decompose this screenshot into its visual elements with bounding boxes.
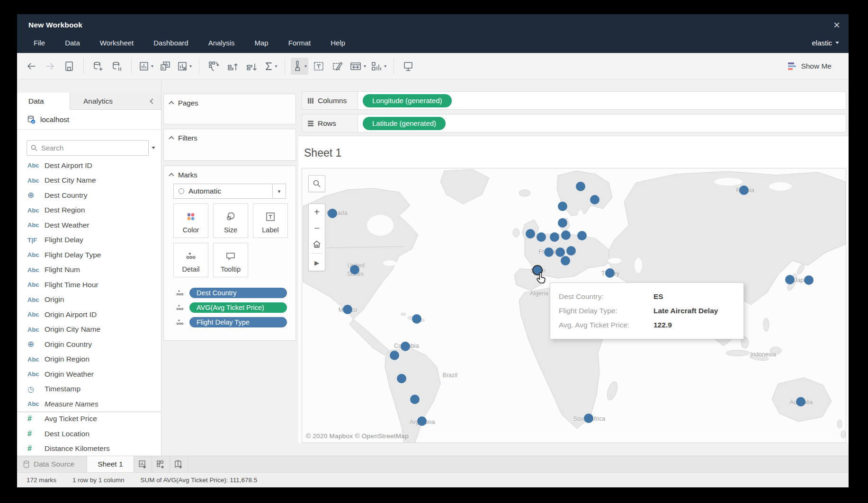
field-item[interactable]: Abc Flight Time Hour	[17, 277, 161, 292]
field-item[interactable]: ◷ Timestamp	[17, 382, 161, 397]
map-mark[interactable]	[537, 232, 546, 242]
new-story-tab-button[interactable]	[170, 456, 188, 472]
map-mark[interactable]	[577, 231, 587, 240]
zoom-home-button[interactable]	[309, 236, 325, 252]
new-worksheet-tab-button[interactable]	[134, 456, 152, 472]
map-mark[interactable]	[566, 246, 576, 256]
size-button[interactable]: Size	[213, 203, 248, 238]
map-view[interactable]: CanadaUnitedStatesMexicoColombiaBrazilAr…	[302, 168, 846, 443]
field-item[interactable]: # Avg Ticket Price	[17, 412, 161, 427]
field-item[interactable]: Abc Dest Region	[17, 203, 161, 218]
tooltip-button[interactable]: Tooltip	[213, 243, 248, 277]
map-mark[interactable]	[558, 202, 567, 211]
filters-card-header[interactable]: Filters	[164, 129, 295, 146]
zoom-in-button[interactable]: +	[309, 204, 325, 220]
fit-button[interactable]	[348, 58, 367, 75]
field-item[interactable]: Abc Flight Num	[17, 263, 161, 278]
mark-type-caret[interactable]	[272, 184, 286, 198]
map-mark[interactable]	[328, 209, 337, 218]
new-data-source-button[interactable]	[89, 58, 107, 75]
menu-item[interactable]: Analysis	[198, 39, 245, 47]
format-button[interactable]	[329, 58, 346, 75]
expand-map-controls-button[interactable]: ▶	[309, 255, 325, 271]
map-mark[interactable]	[561, 256, 570, 265]
field-item[interactable]: Abc Flight Delay Type	[17, 247, 161, 263]
menu-item[interactable]: Dashboard	[143, 39, 198, 47]
zoom-out-button[interactable]: −	[309, 220, 325, 236]
menu-item[interactable]: Data	[55, 39, 90, 47]
menu-item[interactable]: Worksheet	[90, 39, 143, 47]
map-mark[interactable]	[558, 218, 567, 228]
columns-pill[interactable]: Longitude (generated)	[363, 94, 452, 107]
clear-sheet-button[interactable]	[176, 58, 193, 75]
field-item[interactable]: ⊕ Dest Country	[17, 188, 161, 203]
map-mark[interactable]	[785, 275, 795, 284]
search-options-icon[interactable]	[152, 147, 155, 151]
map-mark[interactable]	[390, 351, 399, 360]
map-mark[interactable]	[417, 416, 427, 426]
field-item[interactable]: Abc Dest City Name	[17, 173, 161, 188]
map-mark[interactable]	[526, 229, 535, 238]
field-item[interactable]: # Dest Location	[17, 426, 161, 441]
new-dashboard-tab-button[interactable]	[152, 456, 170, 472]
detail-button[interactable]: Detail	[173, 243, 208, 277]
pages-card-header[interactable]: Pages	[164, 94, 295, 111]
marks-pill[interactable]: Flight Delay Type	[189, 317, 287, 327]
search-box[interactable]	[27, 140, 149, 156]
map-mark[interactable]	[544, 247, 554, 257]
new-worksheet-button[interactable]	[137, 58, 155, 75]
field-item[interactable]: Abc Origin	[17, 292, 161, 308]
rows-pill[interactable]: Latitude (generated)	[363, 117, 446, 130]
field-item[interactable]: ⊕ Origin Country	[17, 337, 161, 352]
save-button[interactable]	[61, 58, 78, 75]
map-mark[interactable]	[412, 314, 421, 324]
menu-item[interactable]: File	[24, 39, 55, 47]
rows-shelf[interactable]: Rows Latitude (generated)	[302, 114, 846, 132]
field-item[interactable]: Abc Measure Names	[17, 397, 161, 412]
menu-item[interactable]: Format	[278, 39, 321, 47]
map-mark[interactable]	[410, 395, 420, 404]
map-mark[interactable]	[397, 374, 406, 383]
field-item[interactable]: Abc Dest Weather	[17, 218, 161, 233]
sort-ascending-button[interactable]	[224, 58, 241, 75]
cell-size-button[interactable]	[369, 58, 388, 75]
map-mark[interactable]	[401, 342, 410, 351]
field-item[interactable]: T|F Flight Delay	[17, 233, 161, 248]
swap-rows-columns-button[interactable]	[205, 58, 222, 75]
marks-card-header[interactable]: Marks	[164, 166, 295, 183]
sheet-tab[interactable]: Sheet 1	[87, 456, 134, 472]
map-mark[interactable]	[350, 265, 359, 274]
color-button[interactable]: Color	[173, 203, 208, 238]
user-menu[interactable]: elastic	[812, 39, 839, 47]
connection-item[interactable]: localhost	[17, 110, 161, 130]
map-mark[interactable]	[739, 185, 749, 195]
collapse-panel-icon[interactable]	[150, 98, 155, 104]
map-mark[interactable]	[584, 414, 593, 423]
search-input[interactable]	[41, 144, 144, 152]
marks-pill[interactable]: Dest Country	[189, 288, 287, 298]
map-mark[interactable]	[343, 305, 352, 314]
redo-button[interactable]	[42, 58, 59, 75]
tab-analytics[interactable]: Analytics	[70, 93, 161, 110]
sort-descending-button[interactable]	[243, 58, 260, 75]
field-item[interactable]: Abc Origin City Name	[17, 322, 161, 337]
field-item[interactable]: Abc Dest Airport ID	[17, 158, 161, 173]
presentation-mode-button[interactable]	[400, 58, 417, 75]
map-mark[interactable]	[550, 232, 559, 242]
close-icon[interactable]: ×	[833, 20, 840, 30]
pause-auto-updates-button[interactable]	[108, 58, 125, 75]
marks-pill[interactable]: AVG(Avg Ticket Price)	[189, 302, 287, 313]
map-mark[interactable]	[555, 247, 565, 257]
menu-item[interactable]: Help	[321, 39, 355, 47]
highlight-button[interactable]	[291, 58, 308, 75]
map-mark[interactable]	[605, 268, 615, 278]
map-mark[interactable]	[590, 195, 600, 204]
tab-data[interactable]: Data	[17, 93, 70, 110]
mark-type-dropdown[interactable]: Automatic	[173, 184, 286, 199]
map-mark[interactable]	[576, 182, 585, 191]
undo-button[interactable]	[23, 58, 40, 75]
show-me-button[interactable]: Show Me	[788, 53, 832, 79]
data-source-tab[interactable]: Data Source	[17, 456, 87, 472]
menu-item[interactable]: Map	[245, 39, 278, 47]
duplicate-sheet-button[interactable]	[157, 58, 174, 75]
